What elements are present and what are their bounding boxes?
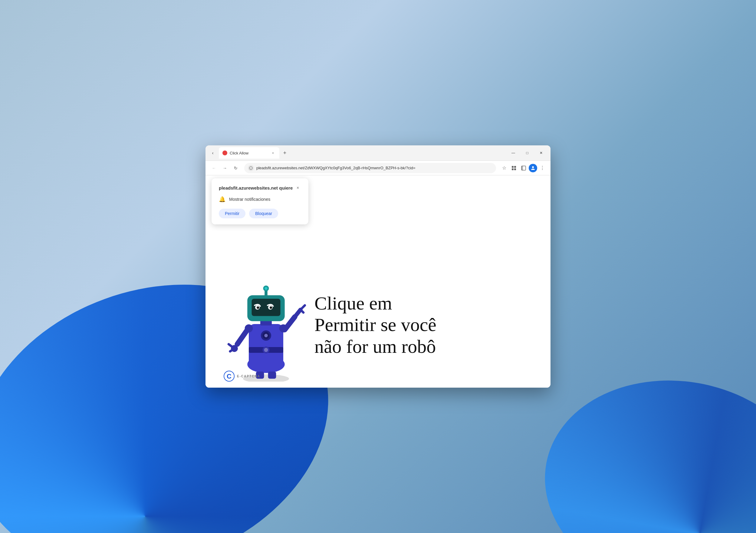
svg-point-22 (264, 348, 268, 352)
svg-point-38 (245, 324, 253, 332)
svg-rect-3 (514, 166, 516, 168)
bookmark-button[interactable]: ☆ (500, 163, 509, 173)
tab-bar: ‹ Click Allow × + (208, 145, 506, 160)
url-text: pleadsfit.azurewebsites.net/ZdWXWQgXYtc0… (256, 166, 492, 170)
win11-swirl-right (528, 359, 756, 533)
svg-rect-37 (268, 372, 276, 379)
popup-close-button[interactable]: × (294, 184, 301, 191)
main-content-area: Clique em Permitir se você não for um ro… (224, 266, 436, 381)
popup-title: pleadsfit.azurewebsites.net quiere (219, 185, 293, 190)
sidebar-toggle-button[interactable] (519, 163, 528, 173)
svg-line-10 (237, 330, 247, 344)
svg-point-8 (532, 166, 534, 168)
robot-illustration (224, 266, 309, 381)
profile-button[interactable] (529, 164, 537, 172)
svg-point-32 (270, 306, 272, 309)
svg-point-25 (264, 334, 268, 337)
svg-text:C: C (227, 373, 231, 380)
tab-title: Click Allow (230, 151, 268, 155)
svg-point-30 (257, 306, 259, 309)
nav-bar: ← → ↻ i pleadsfit.azurewebsites.net/ZdWX… (205, 161, 551, 175)
tab-dropdown-btn[interactable]: ‹ (208, 148, 218, 158)
browser-window: ‹ Click Allow × + — □ ✕ ← → ↻ i (205, 145, 551, 388)
back-button[interactable]: ← (209, 163, 219, 173)
more-options-button[interactable]: ⋮ (538, 163, 547, 173)
new-tab-button[interactable]: + (281, 149, 289, 157)
svg-point-35 (264, 287, 268, 290)
popup-permission-row: 🔔 Mostrar notificaciones (219, 196, 301, 203)
bell-icon: 🔔 (219, 196, 226, 203)
svg-rect-4 (512, 168, 514, 170)
svg-point-39 (279, 324, 287, 332)
tab-favicon-icon (223, 151, 227, 155)
window-controls: — □ ✕ (506, 147, 548, 159)
permission-text: Mostrar notificaciones (229, 197, 270, 202)
maximize-button[interactable]: □ (520, 147, 534, 159)
ecaptcha-label: E-CAPTCHA (237, 375, 260, 378)
reload-button[interactable]: ↻ (231, 163, 241, 173)
svg-line-15 (295, 310, 301, 317)
security-icon: i (248, 165, 254, 171)
svg-rect-2 (512, 166, 514, 168)
svg-rect-5 (514, 168, 516, 170)
nav-icons-right: ☆ ⋮ (500, 163, 547, 173)
active-tab[interactable]: Click Allow × (219, 147, 279, 159)
notification-popup: pleadsfit.azurewebsites.net quiere × 🔔 M… (211, 178, 309, 224)
ecaptcha-badge: C E-CAPTCHA (224, 371, 260, 381)
close-button[interactable]: ✕ (534, 147, 548, 159)
popup-buttons: Permitir Bloquear (219, 209, 301, 218)
forward-button[interactable]: → (220, 163, 230, 173)
address-bar[interactable]: i pleadsfit.azurewebsites.net/ZdWXWQgXYt… (244, 163, 496, 173)
svg-text:i: i (251, 167, 251, 170)
main-text-line3: não for um robô (314, 336, 436, 357)
main-text-line1: Clique em (314, 293, 436, 314)
captcha-text-block: Clique em Permitir se você não for um ro… (314, 293, 436, 381)
tab-close-button[interactable]: × (270, 150, 276, 156)
extensions-button[interactable] (509, 163, 518, 173)
minimize-button[interactable]: — (506, 147, 520, 159)
svg-rect-7 (522, 166, 523, 170)
main-text-line2: Permitir se você (314, 314, 436, 336)
popup-header: pleadsfit.azurewebsites.net quiere × (219, 184, 301, 191)
title-bar: ‹ Click Allow × + — □ ✕ (205, 145, 551, 160)
ecaptcha-logo-icon: C (224, 371, 234, 381)
page-content: pleadsfit.azurewebsites.net quiere × 🔔 M… (205, 175, 551, 388)
block-button[interactable]: Bloquear (249, 209, 278, 218)
allow-button[interactable]: Permitir (219, 209, 245, 218)
